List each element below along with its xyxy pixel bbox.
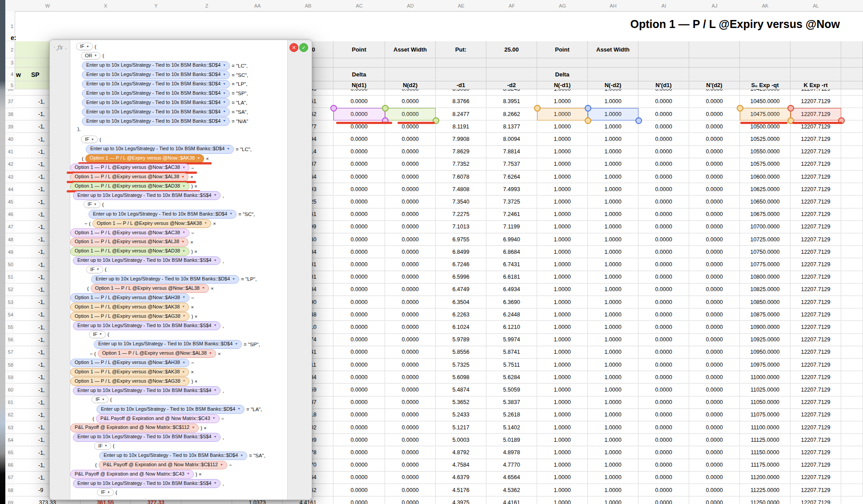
ref-handle-AG38-topleft[interactable] xyxy=(534,105,541,112)
header-r4-AM[interactable] xyxy=(841,68,863,81)
cell-AL51[interactable]: 12207.7129 xyxy=(791,271,841,284)
chevron-down-icon[interactable]: ▼ xyxy=(104,444,108,447)
cell-AK60[interactable]: 11025.0000 xyxy=(740,384,791,396)
chevron-down-icon[interactable]: ▼ xyxy=(232,277,235,281)
header-r5-AE[interactable]: -d1 xyxy=(436,81,486,89)
cell-AL47[interactable]: 12207.7129 xyxy=(791,221,841,233)
cell-AK50[interactable]: 10775.0000 xyxy=(740,259,791,271)
cell-AK58[interactable]: 10975.0000 xyxy=(740,359,791,371)
cell-AC47[interactable]: 0.0000 xyxy=(333,221,385,233)
chevron-down-icon[interactable]: ▼ xyxy=(183,379,186,383)
cell-AI56[interactable]: 0.0000 xyxy=(638,334,689,346)
cell-AG41[interactable]: 1.0000 xyxy=(537,146,588,158)
cell-AG47[interactable]: 1.0000 xyxy=(537,221,588,233)
cell-AI44[interactable]: 0.0000 xyxy=(638,183,689,196)
cell-reference-token-D4[interactable]: Enter up to 10x Legs/Strategy - Tied to … xyxy=(82,71,230,80)
cell-AK51[interactable]: 10800.0000 xyxy=(740,271,791,284)
cell-AI46[interactable]: 0.0000 xyxy=(638,208,689,221)
cell-AH58[interactable]: 1.0000 xyxy=(588,359,638,371)
chevron-down-icon[interactable]: ▼ xyxy=(240,454,243,458)
cell-AL68[interactable]: 12207.7129 xyxy=(791,484,841,496)
cell-AF44[interactable]: 7.4993 xyxy=(486,183,537,196)
cell-AD47[interactable]: 0.0000 xyxy=(385,221,436,233)
chevron-down-icon[interactable]: ▼ xyxy=(213,324,217,328)
cell-AC48[interactable]: 0.0000 xyxy=(333,233,385,246)
cell-reference-token-D4[interactable]: Enter up to 10x Legs/Strategy - Tied to … xyxy=(96,405,245,414)
cell-AJ41[interactable]: 0.0000 xyxy=(689,146,740,158)
cell-AL42[interactable]: 12207.7129 xyxy=(791,158,841,171)
cell-AG69[interactable]: 1.0000 xyxy=(537,496,588,504)
function-pill-if[interactable]: IF▼ xyxy=(81,136,98,143)
header-r4-AF[interactable] xyxy=(486,68,537,81)
cell-reference-token-D4[interactable]: Enter up to 10x Legs/Strategy - Tied to … xyxy=(82,108,230,116)
cell-AK61[interactable]: 11050.0000 xyxy=(740,396,791,409)
chevron-down-icon[interactable]: ▼ xyxy=(213,388,217,392)
cell-reference-token-AC[interactable]: Option 1 — P / L @Expiry versus @Now::$A… xyxy=(70,164,189,172)
chevron-down-icon[interactable]: ▼ xyxy=(181,175,185,179)
cell-AD63[interactable]: 0.0000 xyxy=(385,421,436,434)
cell-AM62[interactable] xyxy=(841,409,863,421)
cell-AG56[interactable]: 1.0000 xyxy=(537,334,588,346)
cell-AK57[interactable]: 10950.0000 xyxy=(740,346,791,359)
cell-AC57[interactable]: 0.0000 xyxy=(333,346,385,359)
cell-reference-token-C112[interactable]: P&L Payoff @ Expiration and @ Now Matrix… xyxy=(99,461,227,470)
cell-AK52[interactable]: 10825.0000 xyxy=(740,284,791,296)
cell-AG51[interactable]: 1.0000 xyxy=(537,271,588,284)
header-r5-AD[interactable]: N(d2) xyxy=(385,81,436,89)
cell-AH53[interactable]: 1.0000 xyxy=(588,296,638,308)
row-header-3[interactable]: 3 xyxy=(5,58,15,68)
cell-AM42[interactable] xyxy=(841,158,863,171)
cell-AK41[interactable]: 10550.0000 xyxy=(740,146,791,158)
cell-AF63[interactable]: 5.1402 xyxy=(486,421,537,434)
cell-AE49[interactable]: 6.8499 xyxy=(436,246,486,258)
cell-reference-token-AK[interactable]: Option 1 — P / L @Expiry versus @Now::$A… xyxy=(85,154,204,163)
header-r5-AH[interactable]: N(-d2) xyxy=(588,81,638,89)
cell-AM55[interactable] xyxy=(841,321,863,334)
cell-AH56[interactable]: 1.0000 xyxy=(588,334,638,346)
cell-AJ64[interactable]: 0.0000 xyxy=(689,434,740,446)
chevron-down-icon[interactable]: ▼ xyxy=(94,54,97,57)
cell-AD54[interactable]: 0.0000 xyxy=(385,308,436,321)
ref-handle-AD38-topleft[interactable] xyxy=(382,105,389,112)
cell-AJ60[interactable]: 0.0000 xyxy=(689,384,740,396)
cell-AE37[interactable]: 8.3766 xyxy=(436,96,486,108)
header-r4-AL[interactable] xyxy=(791,68,841,81)
cell-AD45[interactable]: 0.0000 xyxy=(385,196,436,208)
cell-reference-token-AL[interactable]: Option 1 — P / L @Expiry versus @Now::$A… xyxy=(91,284,209,293)
cell-AE38[interactable]: 8.2477 xyxy=(436,108,486,120)
cell-AM68[interactable] xyxy=(841,484,863,496)
cell-AM51[interactable] xyxy=(841,271,863,284)
cell-reference-token-D4[interactable]: Enter up to 10x Legs/Strategy - Tied to … xyxy=(82,89,230,98)
cell-AE54[interactable]: 6.2263 xyxy=(436,308,486,321)
cell-AD57[interactable]: 0.0000 xyxy=(385,346,436,359)
cell-AE44[interactable]: 7.4808 xyxy=(436,183,486,196)
cell-AE56[interactable]: 5.9789 xyxy=(436,334,486,346)
cell-AC54[interactable]: 0.0000 xyxy=(333,308,385,321)
row-header-47[interactable]: 47 xyxy=(5,221,15,233)
cell-AE61[interactable]: 5.3652 xyxy=(436,396,486,409)
column-header-AC[interactable]: AC xyxy=(333,0,385,12)
cell-AD37[interactable]: 0.0000 xyxy=(385,96,436,108)
cell-AE52[interactable]: 6.4749 xyxy=(436,284,486,296)
cell-AI52[interactable]: 0.0000 xyxy=(638,284,689,296)
cell-AL52[interactable]: 12207.7129 xyxy=(791,284,841,296)
cell-reference-token-AG[interactable]: Option 1 — P / L @Expiry versus @Now::$A… xyxy=(70,377,189,386)
chevron-down-icon[interactable]: ▼ xyxy=(213,193,217,197)
cell-AJ58[interactable]: 0.0000 xyxy=(689,359,740,371)
header-r2-AG[interactable]: Point xyxy=(537,41,588,58)
cell-AM54[interactable] xyxy=(841,308,863,321)
cell-reference-token-S4[interactable]: Enter up to 10x Legs/Strategy - Tied to … xyxy=(73,321,221,330)
cell-AG52[interactable]: 1.0000 xyxy=(537,284,588,296)
cell-reference-token-AH[interactable]: Option 1 — P / L @Expiry versus @Now::$A… xyxy=(70,293,189,302)
cell-AI64[interactable]: 0.0000 xyxy=(638,434,689,446)
row-header-62[interactable]: 62 xyxy=(5,409,15,421)
cell-AD61[interactable]: 0.0000 xyxy=(385,396,436,409)
cell-AM66[interactable] xyxy=(841,459,863,472)
cell-AL55[interactable]: 12207.7129 xyxy=(791,321,841,334)
chevron-down-icon[interactable]: ▼ xyxy=(183,314,186,318)
cell-AG67[interactable]: 1.0000 xyxy=(537,472,588,484)
cell-AL48[interactable]: 12207.7129 xyxy=(791,233,841,246)
cell-AM56[interactable] xyxy=(841,334,863,346)
cell-AF69[interactable]: 4.4161 xyxy=(486,496,537,504)
cell-AE50[interactable]: 6.7246 xyxy=(436,259,486,271)
